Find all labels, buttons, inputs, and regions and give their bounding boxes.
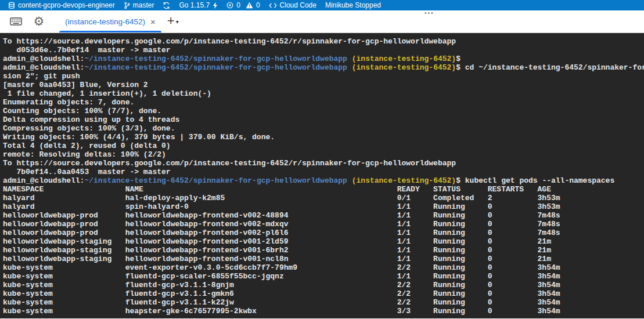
- warning-triangle-icon: [246, 2, 253, 9]
- statusbar-warnings[interactable]: 0: [246, 1, 260, 9]
- terminal-line: Compressing objects: 100% (3/3), done.: [3, 124, 644, 133]
- tab-options-caret-icon[interactable]: ▾: [176, 19, 179, 25]
- statusbar-cloud-code[interactable]: Cloud Code: [269, 1, 316, 9]
- pods-table-row: kube-system fluentd-gcp-scaler-6855f55bc…: [3, 272, 644, 281]
- terminal-line: To https://source.developers.google.com/…: [3, 159, 644, 168]
- pods-table-row: helloworldwebapp-staging helloworldwebap…: [3, 246, 644, 255]
- pods-table-row: helloworldwebapp-staging helloworldwebap…: [3, 237, 644, 246]
- gear-icon[interactable]: ⚙: [31, 14, 46, 29]
- terminal-line: [master 0aa0453] Blue, Version 2: [3, 81, 644, 89]
- tab-label: (instance-testing-6452): [65, 17, 145, 26]
- statusbar-error-count: 0: [236, 1, 240, 9]
- terminal-line: Delta compression using up to 4 threads: [3, 115, 644, 124]
- statusbar-minikube-label: Minikube Stopped: [325, 1, 381, 9]
- terminal-line: remote: Resolving deltas: 100% (2/2): [3, 150, 644, 159]
- terminal-prompt-line: admin_@cloudshell:~/instance-testing-645…: [3, 176, 644, 185]
- terminal[interactable]: To https://source.developers.google.com/…: [0, 33, 644, 318]
- statusbar-warning-count: 0: [256, 1, 260, 9]
- pods-table-row: halyard spin-halyard-0 1/1 Running 0 3h5…: [3, 202, 644, 211]
- pods-table-row: helloworldwebapp-staging helloworldwebap…: [3, 255, 644, 263]
- pods-table-row: helloworldwebapp-prod helloworldwebapp-f…: [3, 220, 644, 229]
- statusbar-go-version[interactable]: Go 1.15.7: [179, 1, 218, 9]
- terminal-line: Enumerating objects: 7, done.: [3, 98, 644, 107]
- statusbar-minikube-status[interactable]: Minikube Stopped: [325, 1, 381, 9]
- tab-instance-testing-6452[interactable]: (instance-testing-6452) ×: [59, 10, 161, 32]
- error-circle-icon: [226, 2, 233, 9]
- active-tab-underline: [59, 31, 161, 32]
- pods-table-row: kube-system heapster-gke-6c76577995-2kwb…: [3, 307, 644, 316]
- statusbar-go-version-label: Go 1.15.7: [179, 1, 210, 9]
- terminal-line: Counting objects: 100% (7/7), done.: [3, 107, 644, 115]
- terminal-output: To https://source.developers.google.com/…: [3, 37, 644, 316]
- terminal-line: 1 file changed, 1 insertion(+), 1 deleti…: [3, 89, 644, 98]
- pods-table-row: helloworldwebapp-prod helloworldwebapp-f…: [3, 229, 644, 237]
- statusbar-branch-label: master: [133, 1, 154, 9]
- pods-table-row: kube-system fluentd-gcp-v3.1.1-8gnjm 2/2…: [3, 281, 644, 289]
- database-icon: [8, 2, 15, 9]
- keyboard-icon[interactable]: [8, 14, 23, 29]
- pods-table-header: NAMESPACE NAME READY STATUS RESTARTS AGE: [3, 185, 644, 194]
- terminal-line: sion 2"; git push: [3, 72, 644, 81]
- statusbar-cloud-code-label: Cloud Code: [280, 1, 316, 9]
- statusbar-errors[interactable]: 0: [226, 1, 240, 9]
- statusbar-sync[interactable]: [163, 2, 170, 9]
- statusbar-project-label: content-gcpro-devops-engineer: [18, 1, 115, 9]
- sync-icon: [163, 2, 170, 9]
- tab-close-icon[interactable]: ×: [150, 17, 156, 26]
- statusbar-branch[interactable]: master: [124, 1, 154, 9]
- terminal-prompt-line: admin_@cloudshell:~/instance-testing-645…: [3, 63, 644, 72]
- pods-table-row: kube-system fluentd-gcp-v3.1.1-gmkn6 2/2…: [3, 289, 644, 298]
- new-tab-button[interactable]: +: [167, 14, 175, 28]
- lightning-icon: [213, 2, 218, 9]
- terminal-line: Total 4 (delta 2), reused 0 (delta 0): [3, 142, 644, 150]
- status-bar: content-gcpro-devops-engineer master Go …: [0, 0, 644, 10]
- code-brackets-icon: [269, 2, 277, 9]
- pods-table-row: halyard hal-deploy-apply-k2m85 0/1 Compl…: [3, 194, 644, 202]
- statusbar-project[interactable]: content-gcpro-devops-engineer: [8, 1, 115, 9]
- terminal-line: 7b0ef14..0aa0453 master -> master: [3, 168, 644, 176]
- pods-table-row: helloworldwebapp-prod helloworldwebapp-f…: [3, 211, 644, 220]
- terminal-prompt-line: admin_@cloudshell:~/instance-testing-645…: [3, 55, 644, 63]
- terminal-line: To https://source.developers.google.com/…: [3, 37, 644, 46]
- terminal-tab-bar: ⚙ (instance-testing-6452) × + ▾ •••: [0, 10, 644, 33]
- terminal-line: d053d6e..7b0ef14 master -> master: [3, 46, 644, 55]
- git-branch-icon: [124, 2, 130, 9]
- pods-table-row: kube-system event-exporter-v0.3.0-5cd6cc…: [3, 263, 644, 272]
- terminal-line: Writing objects: 100% (4/4), 379 bytes |…: [3, 133, 644, 142]
- pods-table-row: kube-system fluentd-gcp-v3.1.1-k22jw 2/2…: [3, 298, 644, 307]
- panel-overflow-dots-icon[interactable]: •••: [424, 10, 434, 16]
